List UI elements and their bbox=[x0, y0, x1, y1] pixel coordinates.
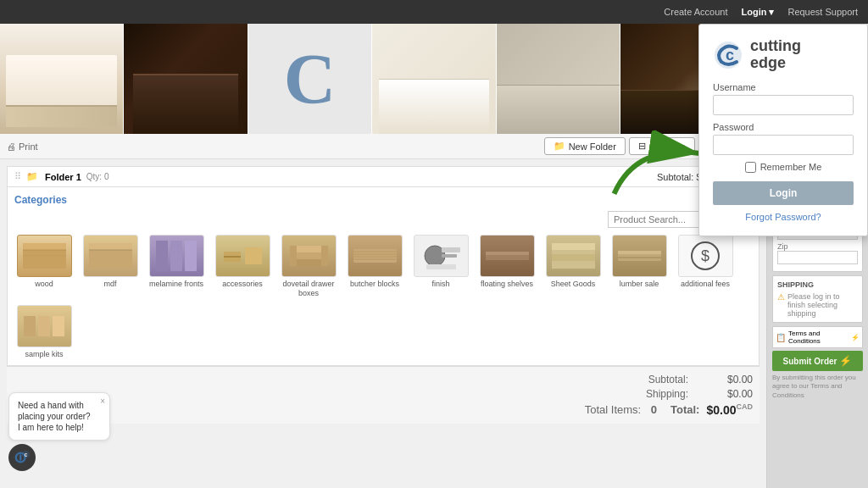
product-label-mdf: mdf bbox=[103, 280, 116, 289]
brand-name: cutting edge bbox=[750, 38, 801, 72]
zip-input[interactable] bbox=[777, 251, 858, 264]
login-button[interactable]: Login bbox=[713, 181, 854, 205]
product-thumb-mdf bbox=[83, 235, 138, 277]
banner-image-c-logo: C bbox=[248, 24, 372, 134]
chat-close-button[interactable]: × bbox=[100, 396, 105, 407]
terms-icon: 📋 bbox=[776, 333, 786, 342]
shipping-value: $0.00 bbox=[702, 388, 753, 400]
terms-label: Terms and Conditions bbox=[788, 330, 849, 345]
product-thumb-butcher bbox=[348, 235, 403, 277]
product-item-melamine[interactable]: melamine fronts bbox=[147, 235, 206, 298]
product-label-dovetail: dovetail drawer boxes bbox=[279, 280, 338, 298]
svg-rect-5 bbox=[89, 243, 132, 250]
product-thumb-finish bbox=[414, 235, 469, 277]
product-thumb-dovetail bbox=[281, 235, 337, 277]
svg-rect-32 bbox=[552, 263, 595, 269]
svg-rect-39 bbox=[38, 316, 50, 336]
product-label-wood: wood bbox=[35, 280, 53, 289]
submit-lightning-icon: ⚡ bbox=[839, 355, 852, 367]
product-label-fees: additional fees bbox=[681, 280, 730, 289]
print-link[interactable]: 🖨 Print bbox=[7, 141, 38, 152]
svg-rect-24 bbox=[442, 247, 460, 252]
username-input[interactable] bbox=[713, 95, 854, 115]
product-item-wood[interactable]: wood bbox=[14, 235, 74, 298]
svg-rect-38 bbox=[24, 316, 36, 336]
remember-label: Remember Me bbox=[760, 162, 822, 172]
login-overlay: c cutting edge Username Password Remembe… bbox=[698, 24, 868, 236]
product-label-butcher: butcher blocks bbox=[350, 280, 399, 289]
product-thumb-accessories bbox=[215, 235, 270, 277]
product-thumb-wood bbox=[17, 235, 72, 277]
lightning-icon: ⚡ bbox=[851, 334, 860, 341]
chat-bubble: × Need a hand with placing your order? I… bbox=[8, 392, 110, 441]
forgot-password-link[interactable]: Forgot Password? bbox=[713, 212, 854, 222]
totals-area: Subtotal: $0.00 Shipping: $0.00 Total It… bbox=[7, 366, 760, 424]
product-thumb-fees: $ bbox=[678, 235, 733, 277]
product-item-mdf[interactable]: mdf bbox=[81, 235, 140, 298]
banner-image-5 bbox=[497, 24, 620, 134]
product-label-samples: sample kits bbox=[25, 350, 63, 359]
remember-checkbox[interactable] bbox=[745, 162, 756, 173]
product-item-accessories[interactable]: accessories bbox=[213, 235, 272, 298]
chat-widget: × Need a hand with placing your order? I… bbox=[8, 392, 110, 471]
categories-title: Categories bbox=[14, 194, 752, 206]
brand-logo: c bbox=[713, 40, 743, 70]
request-support-link[interactable]: Request Support bbox=[787, 7, 858, 17]
print-label: Print bbox=[19, 141, 38, 152]
subtotal-value: $0.00 bbox=[702, 374, 753, 385]
drag-handle[interactable]: ⠿ bbox=[14, 171, 21, 182]
folder-icon: 📁 bbox=[554, 141, 565, 152]
product-item-finish[interactable]: finish bbox=[411, 235, 470, 298]
collapse-button[interactable]: ⊟ Collapse bbox=[629, 137, 695, 155]
product-label-finish: finish bbox=[431, 280, 449, 289]
folder-header: ⠿ 📁 Folder 1 Qty: 0 Subtotal: $0.00 ··· … bbox=[7, 166, 760, 187]
svg-rect-26 bbox=[426, 264, 456, 269]
product-item-lumber[interactable]: lumber sale bbox=[609, 235, 669, 298]
product-item-dovetail[interactable]: dovetail drawer boxes bbox=[279, 235, 338, 298]
zip-label: Zip bbox=[777, 242, 858, 251]
zip-field: Zip bbox=[777, 242, 858, 264]
product-thumb-samples bbox=[17, 305, 72, 347]
svg-text:c: c bbox=[25, 452, 28, 458]
product-label-lumber: lumber sale bbox=[620, 280, 659, 289]
create-account-link[interactable]: Create Account bbox=[664, 7, 727, 17]
chat-icon-button[interactable]: c bbox=[8, 444, 36, 471]
product-item-butcher[interactable]: butcher blocks bbox=[345, 235, 404, 298]
categories-panel: Categories 🔍 wood bbox=[7, 187, 760, 366]
total-value: $0.00CAD bbox=[706, 402, 753, 417]
svg-rect-40 bbox=[53, 316, 64, 336]
login-link[interactable]: Login ▾ bbox=[742, 7, 775, 18]
folder-qty: Qty: 0 bbox=[86, 172, 109, 181]
svg-rect-16 bbox=[290, 246, 297, 266]
banner-image-2 bbox=[124, 24, 248, 134]
product-thumb-sheet bbox=[546, 235, 601, 277]
total-label: Total: bbox=[670, 403, 699, 416]
product-label-accessories: accessories bbox=[222, 280, 263, 289]
toolbar-row: 🖨 Print 📁 New Folder ⊟ Collapse ⊞ Expand bbox=[0, 134, 766, 159]
new-folder-button[interactable]: 📁 New Folder bbox=[544, 137, 626, 155]
shipping-warning: ⚠ Please log in to finish selecting ship… bbox=[777, 292, 858, 318]
password-input[interactable] bbox=[713, 135, 854, 155]
product-item-samples[interactable]: sample kits bbox=[14, 305, 74, 359]
svg-rect-18 bbox=[353, 249, 397, 263]
svg-rect-8 bbox=[170, 241, 182, 271]
total-items-label: Total Items: 0 bbox=[585, 403, 664, 416]
product-item-floating[interactable]: floating shelves bbox=[477, 235, 537, 298]
username-label: Username bbox=[713, 82, 854, 92]
content-area: 🖨 Print 📁 New Folder ⊟ Collapse ⊞ Expand… bbox=[0, 134, 766, 488]
svg-rect-12 bbox=[245, 247, 262, 264]
svg-rect-30 bbox=[552, 243, 595, 250]
product-label-melamine: melamine fronts bbox=[149, 280, 203, 289]
search-row: 🔍 bbox=[14, 211, 752, 228]
svg-rect-34 bbox=[618, 251, 661, 254]
product-thumb-floating bbox=[480, 235, 535, 277]
submit-order-button[interactable]: Submit Order ⚡ bbox=[772, 351, 863, 371]
svg-rect-31 bbox=[552, 254, 595, 261]
shipping-section: SHIPPING ⚠ Please log in to finish selec… bbox=[772, 275, 863, 323]
folder-icon-yellow: 📁 bbox=[26, 171, 38, 182]
currency-badge: CAD bbox=[737, 402, 754, 411]
product-item-fees[interactable]: $ additional fees bbox=[676, 235, 735, 298]
chat-message: Need a hand with placing your order? I a… bbox=[18, 400, 101, 433]
folder-name: Folder 1 bbox=[45, 172, 81, 182]
product-item-sheet[interactable]: Sheet Goods bbox=[543, 235, 603, 298]
